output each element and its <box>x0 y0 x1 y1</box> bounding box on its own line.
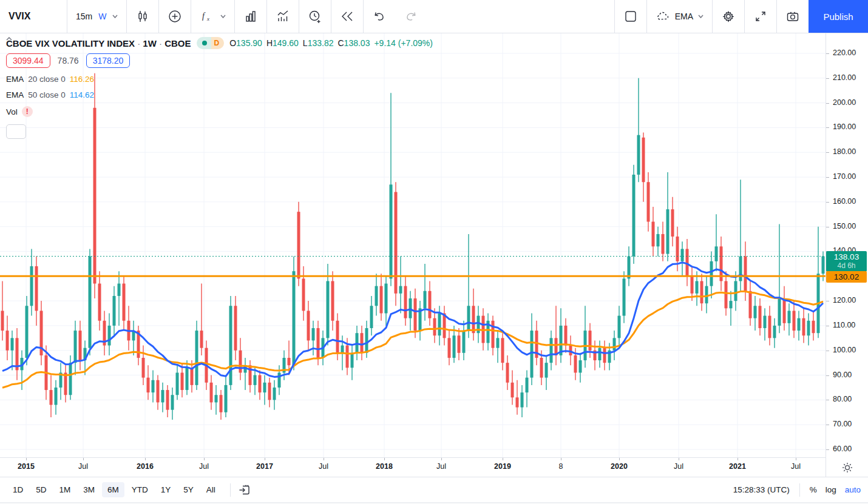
price-tick <box>826 400 829 400</box>
price-axis-label: 120.00 <box>833 296 856 304</box>
collapse-legend-button[interactable] <box>6 124 26 139</box>
price-tick <box>826 449 829 450</box>
interval-button[interactable]: 15m <box>76 12 92 21</box>
candlestick-icon <box>135 9 150 24</box>
range-button-1y[interactable]: 1Y <box>155 482 177 497</box>
go-to-date-button[interactable] <box>238 483 251 497</box>
time-tick <box>265 458 265 460</box>
indicator-row-volume[interactable]: Vol ! <box>6 106 433 117</box>
forecast-button[interactable] <box>267 0 299 33</box>
timeframe-button[interactable]: W <box>98 12 106 21</box>
legend-interval: 1W <box>143 38 157 49</box>
price-axis-label: 210.00 <box>833 73 856 82</box>
fullscreen-icon <box>753 9 768 24</box>
range-button-5d[interactable]: 5D <box>30 482 52 497</box>
price-tick <box>826 152 829 153</box>
ema50-value: 116.26 <box>70 75 94 84</box>
layout-button[interactable] <box>615 0 646 33</box>
ema20-value: 114.62 <box>70 90 94 99</box>
indicator-row-ema20[interactable]: EMA 50 close 0 114.62 <box>6 90 433 99</box>
compare-add-button[interactable] <box>159 0 191 33</box>
price-tick <box>826 202 829 203</box>
price-axis[interactable]: 138.03 4d 6h 130.02 220.00210.00200.0019… <box>826 33 868 477</box>
time-axis-label: 2017 <box>256 462 273 471</box>
gear-icon <box>721 9 736 24</box>
measure-badge-red[interactable]: 3099.44 <box>6 53 50 68</box>
price-tick <box>826 127 829 128</box>
range-button-1m[interactable]: 1M <box>54 482 76 497</box>
financials-button[interactable] <box>235 0 266 33</box>
chart-pane-column: CBOE VIX VOLATILITY INDEX · 1W · CBOE D … <box>0 33 826 477</box>
redo-button[interactable] <box>395 0 427 33</box>
publish-button[interactable]: Publish <box>809 0 868 33</box>
price-tick <box>826 375 829 376</box>
time-axis-label: 2016 <box>137 462 154 471</box>
time-axis-label: Jul <box>319 462 328 471</box>
camera-icon <box>785 9 800 24</box>
price-axis-label: 60.00 <box>833 445 852 453</box>
range-button-1d[interactable]: 1D <box>7 482 29 497</box>
time-tick <box>441 458 442 460</box>
svg-text:x: x <box>206 16 209 22</box>
alert-button[interactable] <box>299 0 331 33</box>
delayed-data-badge: D <box>211 37 225 49</box>
price-tick <box>826 326 829 326</box>
last-price-badge: 138.03 4d 6h <box>826 251 867 272</box>
time-tick <box>204 458 205 460</box>
toolbar-separator <box>799 483 800 497</box>
volume-error-icon[interactable]: ! <box>22 106 33 117</box>
cloud-icon <box>656 9 670 24</box>
ohlc-values: O135.90 H149.60 L133.82 C138.03 +9.14 (+… <box>229 38 433 48</box>
range-button-ytd[interactable]: YTD <box>126 482 154 497</box>
range-button-5y[interactable]: 5Y <box>178 482 199 497</box>
chevron-down-icon <box>698 15 704 18</box>
market-open-dot-icon <box>202 41 207 45</box>
chevron-down-icon[interactable] <box>112 15 118 18</box>
price-axis-label: 200.00 <box>833 98 856 107</box>
chart-settings-button[interactable] <box>713 0 744 33</box>
symbol-search-button[interactable]: VVIX <box>0 11 67 22</box>
price-axis-label: 80.00 <box>833 395 852 403</box>
time-tick <box>619 458 620 460</box>
undo-button[interactable] <box>364 0 395 33</box>
date-range-buttons: 1D5D1M3M6MYTD1Y5YAll <box>7 482 223 497</box>
layout-square-icon <box>623 9 638 24</box>
layout-name-label: EMA <box>675 12 693 21</box>
fullscreen-button[interactable] <box>745 0 776 33</box>
range-button-3m[interactable]: 3M <box>78 482 100 497</box>
time-tick <box>145 458 146 460</box>
chevron-up-icon <box>6 37 12 41</box>
low-value: 133.82 <box>308 38 334 48</box>
price-pane[interactable]: CBOE VIX VOLATILITY INDEX · 1W · CBOE D … <box>0 33 826 457</box>
axis-settings-sun-icon[interactable] <box>842 462 853 473</box>
go-to-date-icon <box>238 483 251 497</box>
time-axis-label: 2015 <box>18 462 35 471</box>
time-axis-label: Jul <box>436 462 446 471</box>
indicator-row-ema50[interactable]: EMA 20 close 0 116.26 <box>6 75 433 84</box>
measure-badge-blue[interactable]: 3178.20 <box>86 53 131 68</box>
time-tick <box>737 458 738 460</box>
top-toolbar: VVIX 15m W f x <box>0 0 868 33</box>
time-tick <box>83 458 84 460</box>
price-tick <box>826 78 829 79</box>
time-axis[interactable]: 2015Jul2016Jul2017Jul2018Jul201982020Jul… <box>0 457 826 477</box>
log-scale-button[interactable]: log <box>826 485 836 494</box>
replay-button[interactable] <box>331 0 363 33</box>
toolbar-separator <box>230 483 231 497</box>
range-button-6m[interactable]: 6M <box>102 482 124 497</box>
price-tick <box>826 425 829 425</box>
percent-scale-button[interactable]: % <box>810 485 817 494</box>
saved-layout-dropdown[interactable]: EMA <box>647 0 712 33</box>
snapshot-button[interactable] <box>777 0 809 33</box>
indicators-button[interactable]: f x <box>191 0 234 33</box>
chart-style-button[interactable] <box>127 0 158 33</box>
range-button-all[interactable]: All <box>201 482 221 497</box>
svg-text:f: f <box>202 12 206 21</box>
time-tick <box>384 458 385 460</box>
chevron-down-icon <box>220 15 226 18</box>
auto-scale-button[interactable]: auto <box>845 485 861 494</box>
price-axis-label: 70.00 <box>833 420 852 428</box>
market-status-pill[interactable]: D <box>197 37 225 49</box>
clock-utc[interactable]: 15:28:33 (UTC) <box>733 485 790 494</box>
symbol-title[interactable]: CBOE VIX VOLATILITY INDEX · 1W · CBOE <box>6 38 191 49</box>
